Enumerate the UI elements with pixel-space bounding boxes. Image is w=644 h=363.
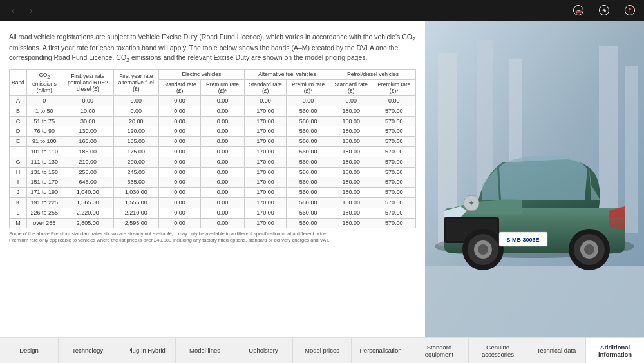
svg-point-20 [584, 244, 594, 255]
first-yr-alt-cell: 0.00 [113, 95, 158, 106]
elec-prem-cell: 0.00 [201, 95, 245, 106]
alt-prem-cell: 560.00 [287, 188, 330, 198]
band-cell: A [10, 95, 27, 106]
band-cell: C [10, 116, 27, 126]
elec-std-cell: 0.00 [158, 218, 200, 228]
elec-prem-cell: 0.00 [201, 137, 245, 147]
elec-prem-header: Premium rate (£)* [201, 79, 245, 95]
first-yr-alt-cell: 200.00 [113, 157, 158, 167]
first-yr-alt-cell: 0.00 [113, 106, 158, 116]
petrol-header: Petrol/diesel vehicles [330, 70, 415, 79]
intro-text: All road vehicle registrations are subje… [9, 32, 416, 64]
bottom-nav-item[interactable]: Model lines [176, 338, 234, 363]
elec-std-cell: 0.00 [158, 95, 200, 106]
co2-cell: 51 to 75 [26, 116, 62, 126]
pet-prem-cell: 570.00 [372, 167, 416, 177]
elec-prem-cell: 0.00 [201, 126, 245, 137]
right-section: ✦ S MB 3003E [425, 21, 644, 337]
svg-text:✦: ✦ [468, 199, 475, 208]
bottom-nav-item[interactable]: Genuine accessories [469, 338, 527, 363]
pet-prem-cell: 570.00 [372, 126, 416, 137]
top-nav: ‹ › 🚗 ⊕ 📍 [0, 0, 644, 21]
co2-header: CO2 emissions (g/km) [26, 70, 62, 96]
table-row: G 111 to 130 210.00 200.00 0.00 0.00 170… [10, 157, 416, 167]
find-showroom-link[interactable]: 📍 [625, 5, 638, 15]
first-yr-cell: 2,605.00 [62, 218, 113, 228]
first-yr-cell: 645.00 [62, 177, 113, 188]
prev-arrow[interactable]: ‹ [5, 5, 21, 15]
co2-cell: 131 to 150 [26, 167, 62, 177]
first-yr-alt-cell: 155.00 [113, 137, 158, 147]
elec-prem-cell: 0.00 [201, 157, 245, 167]
table-row: H 131 to 150 255.00 245.00 0.00 0.00 170… [10, 167, 416, 177]
first-yr-cell: 30.00 [62, 116, 113, 126]
elec-std-cell: 0.00 [158, 137, 200, 147]
co2-cell: 76 to 90 [26, 126, 62, 137]
find-eclass-link[interactable]: ⊕ [599, 5, 612, 15]
car-illustration: ✦ S MB 3003E [425, 21, 644, 337]
co2-cell: 226 to 255 [26, 208, 62, 218]
elec-std-cell: 0.00 [158, 126, 200, 137]
alt-prem-header: Premium rate (£)* [287, 79, 330, 95]
table-row: J 171 to 190 1,040.00 1,030.00 0.00 0.00… [10, 188, 416, 198]
band-cell: F [10, 146, 27, 157]
alt-prem-cell: 560.00 [287, 197, 330, 208]
bottom-nav-item[interactable]: Design [0, 338, 59, 363]
pet-prem-cell: 570.00 [372, 218, 416, 228]
book-test-drive-link[interactable]: 🚗 [573, 5, 586, 15]
pet-std-cell: 180.00 [330, 146, 372, 157]
svg-rect-6 [425, 266, 644, 337]
table-row: F 101 to 110 185.00 175.00 0.00 0.00 170… [10, 146, 416, 157]
alt-std-cell: 170.00 [244, 188, 286, 198]
pet-std-cell: 180.00 [330, 218, 372, 228]
main-content: All road vehicle registrations are subje… [0, 21, 644, 337]
elec-std-cell: 0.00 [158, 177, 200, 188]
first-yr-alt-cell: 1,555.00 [113, 197, 158, 208]
alt-std-cell: 170.00 [244, 208, 286, 218]
bottom-nav-item[interactable]: Upholstery [234, 338, 293, 363]
pet-prem-cell: 570.00 [372, 188, 416, 198]
table-row: D 76 to 90 130.00 120.00 0.00 0.00 170.0… [10, 126, 416, 137]
next-arrow[interactable]: › [23, 5, 39, 15]
band-cell: L [10, 208, 27, 218]
bottom-nav-item[interactable]: Model prices [293, 338, 352, 363]
first-yr-alt-cell: 120.00 [113, 126, 158, 137]
alt-std-cell: 170.00 [244, 177, 286, 188]
band-cell: D [10, 126, 27, 137]
co2-cell: 91 to 100 [26, 137, 62, 147]
co2-cell: 151 to 170 [26, 177, 62, 188]
first-yr-cell: 185.00 [62, 146, 113, 157]
alt-prem-cell: 560.00 [287, 218, 330, 228]
first-yr-alt-cell: 1,030.00 [113, 188, 158, 198]
location-icon: 📍 [625, 5, 635, 15]
co2-cell: 171 to 190 [26, 188, 62, 198]
first-yr-alt-header: First year rate alternative fuel (£) [113, 70, 158, 96]
pet-prem-cell: 570.00 [372, 106, 416, 116]
elec-std-header: Standard rate (£) [158, 79, 200, 95]
alt-prem-cell: 560.00 [287, 146, 330, 157]
first-yr-alt-cell: 635.00 [113, 177, 158, 188]
mercedes-icon: ⊕ [599, 5, 609, 15]
table-row: A 0 0.00 0.00 0.00 0.00 0.00 0.00 0.00 0… [10, 95, 416, 106]
band-cell: M [10, 218, 27, 228]
bottom-nav-item[interactable]: Technical data [527, 338, 586, 363]
bottom-nav-item[interactable]: Standard equipment [410, 338, 469, 363]
tax-table: Band CO2 emissions (g/km) First year rat… [9, 69, 416, 228]
bottom-nav-item[interactable]: Plug-in Hybrid [117, 338, 176, 363]
band-cell: H [10, 167, 27, 177]
pet-std-cell: 180.00 [330, 197, 372, 208]
bottom-nav-item[interactable]: Personalisation [352, 338, 410, 363]
elec-prem-cell: 0.00 [201, 208, 245, 218]
bottom-nav-item[interactable]: Additional information [586, 338, 644, 363]
pet-prem-cell: 570.00 [372, 137, 416, 147]
pet-prem-cell: 570.00 [372, 208, 416, 218]
pet-prem-cell: 0.00 [372, 95, 416, 106]
pet-prem-cell: 570.00 [372, 116, 416, 126]
first-yr-alt-cell: 2,210.00 [113, 208, 158, 218]
bottom-nav-item[interactable]: Technology [59, 338, 117, 363]
pet-std-cell: 180.00 [330, 167, 372, 177]
alt-std-cell: 170.00 [244, 126, 286, 137]
alt-prem-cell: 560.00 [287, 208, 330, 218]
pet-std-cell: 180.00 [330, 126, 372, 137]
elec-prem-cell: 0.00 [201, 116, 245, 126]
